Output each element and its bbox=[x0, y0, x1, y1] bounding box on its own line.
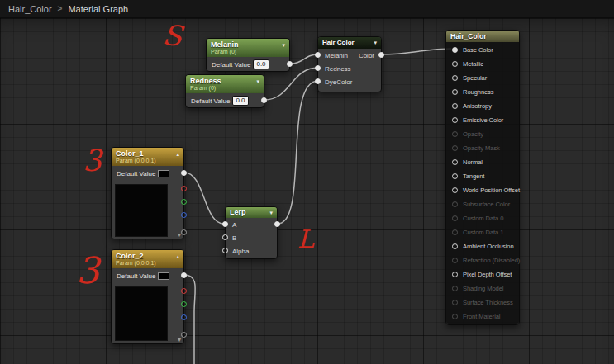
material-output-list: Base Color Metallic Specular Roughness A… bbox=[446, 42, 519, 324]
node-subtitle: Param (0) bbox=[190, 85, 259, 92]
output-pin[interactable] bbox=[287, 61, 293, 67]
breadcrumb-root[interactable]: Hair_Color bbox=[8, 4, 52, 14]
material-input-pin bbox=[452, 215, 458, 221]
input-pin-a[interactable] bbox=[222, 221, 228, 227]
material-input-pin[interactable] bbox=[452, 243, 458, 249]
breadcrumb: Hair_Color > Material Graph bbox=[0, 0, 614, 18]
wire-layer: S 3 3 L bbox=[0, 18, 614, 364]
output-pin-b[interactable] bbox=[181, 314, 187, 320]
input-pin-alpha[interactable] bbox=[222, 248, 228, 253]
node-hair-color-function[interactable]: Hair Color ▾ Melanin Color Redness DyeCo… bbox=[317, 36, 382, 92]
node-color1[interactable]: Color_1 ▴ Param (0,0,0,1) Default Value … bbox=[111, 147, 184, 239]
output-pin-a[interactable] bbox=[181, 229, 187, 235]
wire-redness-to-haircolor bbox=[264, 68, 318, 100]
material-output-row: Metallic bbox=[446, 57, 519, 71]
input-label: A bbox=[232, 221, 236, 229]
material-input-pin bbox=[452, 258, 458, 263]
node-color2-header[interactable]: Color_2 ▴ Param (0,0,0,1) bbox=[112, 250, 183, 268]
node-lerp[interactable]: Lerp ▾ A B Alpha bbox=[225, 206, 278, 259]
chevron-down-icon[interactable]: ▾ bbox=[269, 210, 273, 215]
default-value-row: Default Value bbox=[112, 268, 183, 283]
material-input-pin bbox=[452, 201, 458, 207]
material-output-row: Emissive Color bbox=[446, 113, 519, 127]
node-title: Color_1 bbox=[116, 149, 144, 158]
material-input-pin[interactable] bbox=[452, 47, 458, 53]
output-pin[interactable] bbox=[274, 221, 280, 227]
output-pin-b[interactable] bbox=[181, 212, 187, 218]
material-output-row: Opacity Mask bbox=[446, 141, 519, 155]
material-input-pin[interactable] bbox=[452, 159, 458, 165]
node-redness[interactable]: Redness ▾ Param (0) Default Value 0.0 bbox=[185, 74, 264, 108]
material-output-row: Anisotropy bbox=[446, 99, 519, 113]
material-output-row: World Position Offset bbox=[446, 183, 519, 197]
node-melanin[interactable]: Melanin ▾ Param (0) Default Value 0.0 bbox=[206, 38, 290, 72]
default-value-label: Default Value bbox=[117, 272, 155, 280]
chevron-down-icon[interactable]: ▾ bbox=[282, 42, 285, 48]
material-input-pin[interactable] bbox=[452, 61, 458, 67]
material-input-pin bbox=[452, 145, 458, 151]
material-input-pin[interactable] bbox=[452, 75, 458, 81]
output-pin-rgba[interactable] bbox=[181, 272, 187, 278]
material-input-pin[interactable] bbox=[452, 187, 458, 193]
material-input-pin[interactable] bbox=[452, 272, 458, 277]
output-pin-a[interactable] bbox=[181, 332, 187, 338]
node-subtitle: Param (0) bbox=[211, 49, 285, 55]
output-pin-color[interactable] bbox=[378, 52, 384, 58]
wire-color1-to-lerp-a bbox=[184, 173, 224, 224]
input-label: Redness bbox=[325, 65, 351, 73]
node-title: Color_2 bbox=[116, 252, 144, 260]
input-pin-dyecolor[interactable] bbox=[315, 78, 321, 84]
input-label: Alpha bbox=[232, 248, 249, 255]
node-melanin-header[interactable]: Melanin ▾ Param (0) bbox=[207, 39, 289, 57]
chevron-down-icon[interactable]: ▾ bbox=[374, 40, 377, 45]
material-input-pin[interactable] bbox=[452, 89, 458, 95]
output-label: Color bbox=[359, 52, 374, 59]
input-label: Melanin bbox=[325, 52, 348, 59]
annotation-l: L bbox=[297, 225, 315, 253]
default-value-row: Default Value 0.0 bbox=[207, 57, 289, 72]
output-pin[interactable] bbox=[261, 97, 267, 103]
material-input-pin[interactable] bbox=[452, 103, 458, 109]
output-pin-g[interactable] bbox=[181, 199, 187, 205]
chevron-down-icon[interactable]: ▾ bbox=[256, 78, 259, 84]
node-hair-color-header[interactable]: Hair Color ▾ bbox=[318, 37, 381, 49]
material-output-row: Normal bbox=[446, 155, 519, 169]
material-output-row: Shading Model bbox=[446, 281, 519, 295]
output-pin-g[interactable] bbox=[181, 301, 187, 307]
breadcrumb-separator-icon: > bbox=[58, 4, 63, 13]
input-pin-melanin[interactable] bbox=[315, 52, 321, 58]
default-value-input[interactable]: 0.0 bbox=[253, 59, 269, 69]
material-input-pin bbox=[452, 314, 458, 319]
input-pin-redness[interactable] bbox=[315, 65, 321, 71]
annotation-3-color2: 3 bbox=[76, 249, 102, 291]
material-input-pin[interactable] bbox=[452, 117, 458, 123]
color-swatch[interactable] bbox=[158, 170, 169, 177]
output-pin-r[interactable] bbox=[181, 186, 187, 191]
input-pin-b[interactable] bbox=[222, 234, 228, 240]
input-label: B bbox=[232, 234, 236, 242]
expand-toggle-icon[interactable]: ▾ bbox=[178, 336, 181, 343]
node-title: Melanin bbox=[211, 40, 239, 49]
lerp-row-b: B bbox=[226, 231, 277, 244]
lerp-row-a: A bbox=[226, 218, 277, 231]
material-input-pin[interactable] bbox=[452, 173, 458, 179]
default-value-input[interactable]: 0.0 bbox=[232, 96, 248, 106]
node-redness-header[interactable]: Redness ▾ Param (0) bbox=[186, 75, 264, 93]
default-value-label: Default Value bbox=[212, 61, 250, 69]
node-color1-header[interactable]: Color_1 ▴ Param (0,0,0,1) bbox=[112, 148, 183, 166]
input-label: DyeColor bbox=[325, 78, 352, 86]
output-pin-rgba[interactable] bbox=[181, 170, 187, 176]
material-output-row: Roughness bbox=[446, 85, 519, 99]
node-color2[interactable]: Color_2 ▴ Param (0,0,0,1) Default Value … bbox=[111, 249, 184, 344]
node-material-result[interactable]: Hair_Color Base Color Metallic Specular … bbox=[445, 30, 520, 325]
wire-melanin-to-haircolor bbox=[291, 54, 318, 64]
fn-row-redness: Redness bbox=[318, 62, 381, 75]
expand-toggle-icon[interactable]: ▾ bbox=[178, 231, 181, 239]
graph-canvas[interactable]: S 3 3 L Melanin ▾ Param (0) Default Valu… bbox=[0, 18, 614, 364]
color-swatch[interactable] bbox=[158, 272, 169, 280]
node-result-header[interactable]: Hair_Color bbox=[446, 31, 519, 42]
chevron-up-icon[interactable]: ▴ bbox=[176, 253, 179, 259]
node-lerp-header[interactable]: Lerp ▾ bbox=[226, 207, 277, 218]
output-pin-r[interactable] bbox=[181, 288, 187, 294]
chevron-up-icon[interactable]: ▴ bbox=[176, 151, 179, 157]
